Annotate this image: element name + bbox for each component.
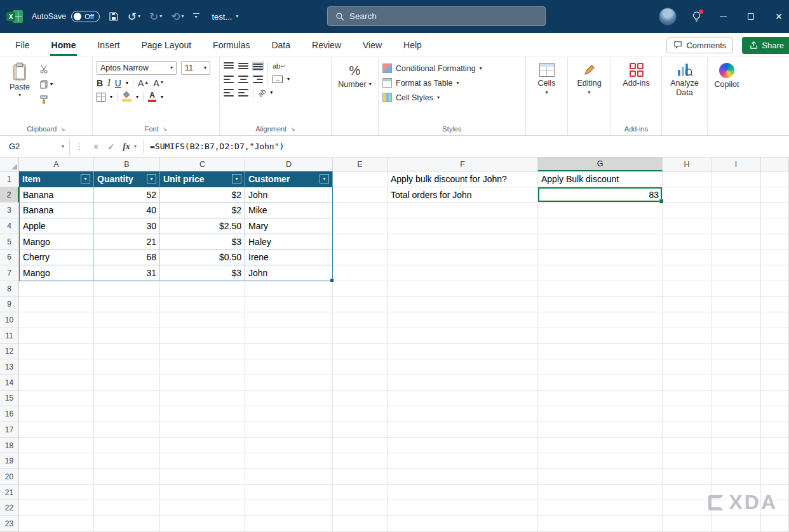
cell-D5[interactable]: Haley [245, 234, 333, 250]
cell-C13[interactable] [160, 359, 245, 375]
cell-I19[interactable] [711, 453, 761, 469]
cell-F17[interactable] [388, 422, 538, 438]
tab-page-layout[interactable]: Page Layout [140, 34, 192, 56]
cell-I5[interactable] [711, 234, 761, 250]
font-color-dropdown-icon[interactable]: ▾ [161, 95, 163, 100]
cell-F4[interactable] [388, 218, 538, 234]
cell-G17[interactable] [538, 422, 663, 438]
tab-help[interactable]: Help [402, 34, 423, 56]
cell-H20[interactable] [663, 469, 711, 485]
column-header-E[interactable]: E [333, 157, 388, 171]
merge-dropdown-icon[interactable]: ▾ [287, 77, 290, 82]
cell-G3[interactable] [538, 203, 663, 218]
cell-D21[interactable] [245, 485, 333, 501]
fill-dropdown-icon[interactable]: ▾ [136, 95, 138, 100]
cell-C1[interactable]: Unit price▾ [160, 171, 245, 187]
cell-I6[interactable] [711, 249, 761, 265]
cell-I23[interactable] [711, 516, 761, 532]
cell-A12[interactable] [19, 344, 94, 360]
cell-G13[interactable] [538, 359, 663, 375]
cell-D11[interactable] [245, 328, 333, 344]
cell-D12[interactable] [245, 344, 333, 360]
cell-E2[interactable] [333, 187, 388, 203]
cell-F7[interactable] [388, 265, 538, 281]
cell-B19[interactable] [94, 453, 160, 469]
cell-C12[interactable] [160, 344, 245, 360]
cell-D6[interactable]: Irene [245, 249, 333, 265]
tab-view[interactable]: View [361, 34, 383, 56]
cell-G19[interactable] [538, 453, 663, 469]
cell-A7[interactable]: Mango [19, 265, 94, 281]
cell-E13[interactable] [333, 359, 388, 375]
row-header-22[interactable]: 22 [0, 500, 19, 516]
tab-insert[interactable]: Insert [96, 34, 121, 56]
font-name-select[interactable]: Aptos Narrow▾ [97, 61, 177, 75]
format-painter-button[interactable] [39, 94, 53, 105]
cell-I14[interactable] [711, 375, 761, 391]
cell-C3[interactable]: $2 [160, 203, 245, 218]
cell-G15[interactable] [538, 391, 663, 407]
cell-H12[interactable] [663, 344, 711, 360]
cell-F3[interactable] [388, 203, 538, 218]
cells-button[interactable]: Cells ▾ [530, 61, 563, 122]
cell-E21[interactable] [333, 485, 388, 501]
autosave-toggle[interactable]: Off [71, 11, 99, 22]
cell-B2[interactable]: 52 [94, 187, 160, 203]
file-name[interactable]: test... ▾ [212, 12, 239, 22]
cell-B18[interactable] [94, 438, 160, 454]
cell-F1[interactable]: Apply bulk discount for John? [388, 171, 538, 187]
cell-H9[interactable] [663, 297, 711, 313]
filter-button-B[interactable]: ▾ [147, 174, 156, 183]
cell-C19[interactable] [160, 453, 245, 469]
cell-B1[interactable]: Quantity▾ [94, 171, 160, 187]
cell-C10[interactable] [160, 312, 245, 328]
cell-B11[interactable] [94, 328, 160, 344]
cell-E4[interactable] [333, 218, 388, 234]
cell-C22[interactable] [160, 500, 245, 516]
row-header-7[interactable]: 7 [0, 265, 19, 281]
cell-D8[interactable] [245, 281, 333, 297]
cell-B13[interactable] [94, 359, 160, 375]
filter-button-D[interactable]: ▾ [320, 174, 329, 183]
cancel-button[interactable]: × [88, 142, 104, 152]
borders-dropdown-icon[interactable]: ▾ [110, 95, 112, 100]
cell-A3[interactable]: Banana [19, 203, 94, 218]
sync-dropdown-icon[interactable]: ▾ [181, 14, 184, 19]
cell-I11[interactable] [711, 328, 761, 344]
cell-F6[interactable] [388, 249, 538, 265]
cell-H10[interactable] [663, 312, 711, 328]
alignment-dialog-launcher[interactable]: ↘ [290, 126, 295, 132]
cell-A8[interactable] [19, 281, 94, 297]
cell-B5[interactable]: 21 [94, 234, 160, 250]
cell-G12[interactable] [538, 344, 663, 360]
cell-I15[interactable] [711, 391, 761, 407]
customize-toolbar-button[interactable]: ▾ [193, 13, 199, 20]
cut-button[interactable] [39, 63, 53, 75]
row-header-21[interactable]: 21 [0, 485, 19, 501]
wrap-text-button[interactable]: ab↩ [273, 62, 285, 70]
cell-G1[interactable]: Apply Bulk discount [538, 171, 663, 187]
fill-color-icon[interactable] [122, 92, 132, 102]
cell-G6[interactable] [538, 249, 663, 265]
cell-D3[interactable]: Mike [245, 203, 333, 218]
cell-C23[interactable] [160, 516, 245, 532]
column-header-H[interactable]: H [663, 157, 711, 171]
cell-D17[interactable] [245, 422, 333, 438]
tab-review[interactable]: Review [311, 34, 342, 56]
cell-B20[interactable] [94, 469, 160, 485]
increase-font-button[interactable]: A▲ [138, 78, 149, 88]
comments-button[interactable]: Comments [666, 37, 733, 53]
conditional-formatting-button[interactable]: Conditional Formatting ▾ [382, 63, 482, 73]
row-header-23[interactable]: 23 [0, 516, 19, 532]
number-format-select[interactable]: Number▾ [338, 80, 371, 89]
cell-H4[interactable] [663, 218, 711, 234]
cell-B12[interactable] [94, 344, 160, 360]
cell-H13[interactable] [663, 359, 711, 375]
cell-D19[interactable] [245, 453, 333, 469]
cell-D7[interactable]: John [245, 265, 333, 281]
cell-B22[interactable] [94, 500, 160, 516]
autosave-control[interactable]: AutoSave Off [32, 11, 100, 22]
cell-A4[interactable]: Apple [19, 218, 94, 234]
cell-F12[interactable] [388, 344, 538, 360]
analyze-data-button[interactable]: Analyze Data [666, 61, 703, 122]
